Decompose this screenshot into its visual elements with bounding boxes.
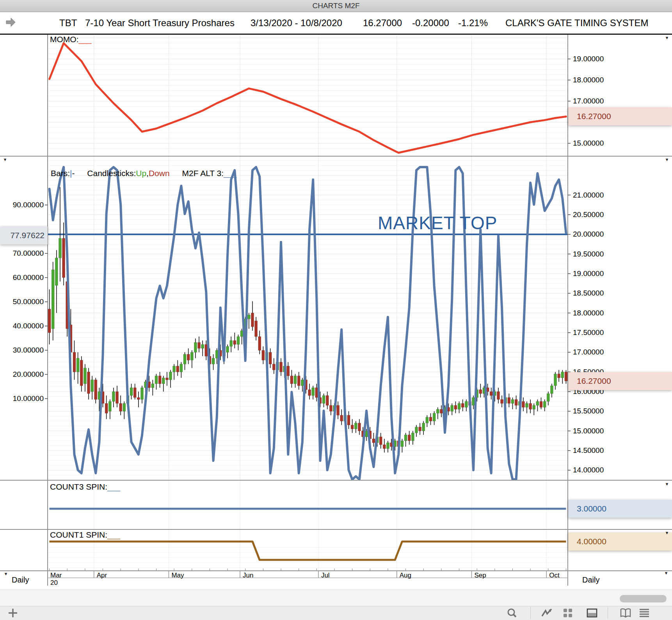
candle [187, 354, 190, 360]
candle [151, 384, 154, 388]
xaxis-right-disclosure-triangle[interactable] [663, 570, 669, 576]
candle [198, 342, 201, 348]
candle [91, 380, 94, 392]
candle [272, 364, 275, 370]
candle [404, 435, 407, 441]
candle [105, 403, 108, 413]
candle [176, 366, 179, 372]
candle [290, 376, 293, 384]
candle [383, 445, 386, 449]
candle [48, 309, 51, 333]
momo-current-value-tag: 16.27000 [568, 107, 672, 125]
candle [401, 441, 404, 447]
candle [251, 313, 254, 327]
candle [258, 337, 261, 350]
candle [561, 372, 564, 378]
count3-label-text: COUNT3 SPIN: [50, 482, 107, 491]
candle [262, 350, 265, 360]
count3-value-tag: 3.00000 [568, 500, 672, 518]
xaxis-left-disclosure-triangle[interactable] [3, 571, 9, 577]
candle [436, 409, 439, 413]
candle [140, 388, 143, 399]
bars-dash: - [72, 169, 75, 178]
candle [137, 397, 140, 399]
candle [233, 340, 236, 344]
candle [543, 401, 546, 407]
candle [372, 439, 375, 443]
candle [422, 423, 425, 431]
candle [312, 388, 315, 396]
candle [522, 401, 524, 407]
candle [347, 415, 350, 425]
candle [230, 340, 233, 346]
count1-label-blank[interactable]: ___ [107, 530, 120, 539]
main-panel-label-row: Bars:|- Candlesticks:Up,Down M2F ALT 3:_… [51, 169, 236, 178]
candle [94, 380, 97, 399]
candle [116, 392, 119, 403]
year-label: 20 [50, 579, 58, 587]
candle [294, 376, 297, 384]
count3-panel-label: COUNT3 SPIN:___ [50, 482, 120, 492]
candle [515, 399, 517, 405]
count1-label-text: COUNT1 SPIN: [50, 530, 107, 539]
candle [497, 392, 500, 399]
candlesticks-down-label[interactable]: Down [149, 169, 170, 178]
candlesticks-label: Candlesticks: [87, 169, 136, 178]
candle [419, 427, 421, 431]
period-selector-right[interactable]: Daily [582, 575, 599, 584]
candle [301, 380, 304, 386]
bars-label: Bars: [51, 169, 70, 178]
main-panel-right-disclosure-triangle[interactable] [664, 157, 670, 162]
momo-label-blank[interactable]: ___ [79, 35, 91, 44]
candle [55, 258, 58, 285]
candle [458, 403, 460, 409]
main-panel-left-disclosure-triangle[interactable] [2, 157, 8, 162]
momo-panel-label: MOMO:___ [50, 35, 91, 44]
candle [508, 397, 510, 403]
candle [461, 403, 464, 407]
oscillator-current-value-tag: 77.97622 [0, 226, 48, 244]
count3-label-blank[interactable]: ___ [107, 482, 120, 491]
count1-panel-disclosure-triangle[interactable] [664, 530, 670, 536]
candle [379, 437, 382, 445]
candle [84, 368, 86, 384]
momo-line [50, 43, 566, 153]
chart-canvas [0, 0, 672, 620]
candle [326, 396, 329, 405]
candle [308, 390, 311, 396]
candle [451, 405, 453, 411]
candle [62, 238, 65, 278]
candle [511, 399, 514, 403]
candle [247, 315, 250, 319]
candle [297, 376, 300, 386]
candle [529, 403, 532, 409]
market-top-annotation: MARKET TOP [378, 212, 498, 233]
candle [490, 392, 492, 396]
candle [358, 423, 361, 431]
candlesticks-up-label[interactable]: Up [136, 169, 146, 178]
momo-panel-disclosure-triangle[interactable] [664, 35, 670, 41]
m2f-alt3-blank[interactable]: ___ [224, 169, 236, 178]
candle [426, 417, 428, 423]
candle [112, 392, 115, 401]
candle [550, 386, 553, 394]
m2f-alt3-label: M2F ALT 3: [182, 169, 224, 178]
candle [130, 388, 133, 396]
candle [169, 372, 172, 380]
count1-line [50, 542, 566, 560]
candle [536, 401, 539, 405]
candle [123, 403, 126, 411]
candle [351, 425, 354, 429]
candle [415, 427, 418, 433]
candle [162, 378, 165, 384]
candle [158, 376, 161, 384]
candle [76, 358, 79, 372]
count3-panel-disclosure-triangle[interactable] [664, 481, 670, 487]
candle [386, 443, 389, 449]
candle [322, 396, 325, 403]
candle [440, 409, 443, 413]
candle [533, 405, 535, 409]
candle [280, 362, 283, 372]
period-selector-left[interactable]: Daily [12, 575, 29, 584]
candle [547, 394, 549, 401]
